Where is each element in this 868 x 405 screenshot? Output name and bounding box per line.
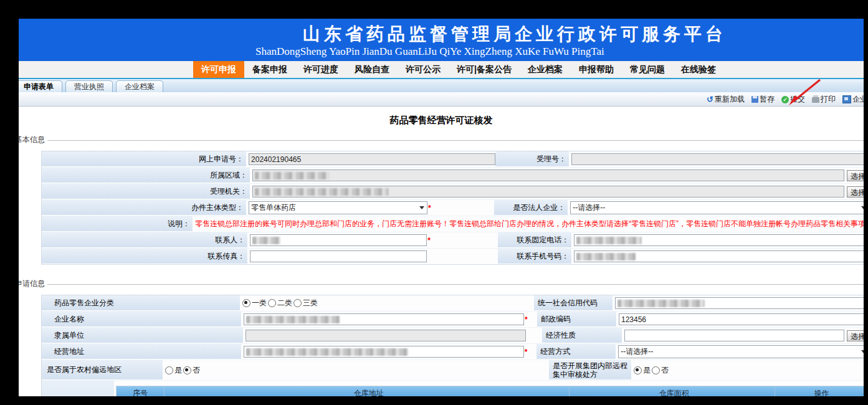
credit-code-masked-value <box>618 300 705 307</box>
rural-remote-radio-yes[interactable] <box>165 366 173 374</box>
rural-remote-label: 是否属于农村偏远地区 <box>42 360 163 380</box>
group-remote-review-radio-yes[interactable] <box>634 366 642 374</box>
col-warehouse-area: 仓库面积 <box>570 386 775 396</box>
contact-tel-input[interactable] <box>574 234 864 246</box>
contact-fax-input[interactable] <box>250 250 427 262</box>
contact-label: 联系人： <box>42 232 248 248</box>
required-marker: * <box>525 315 528 324</box>
region-label: 所属区域： <box>42 168 250 183</box>
accept-no-input[interactable] <box>571 153 864 165</box>
business-addr-label: 经营地址 <box>42 344 242 360</box>
subject-type-select[interactable]: 零售单体药店 <box>249 201 427 214</box>
company-name-masked-value <box>246 316 340 323</box>
company-name-input[interactable] <box>244 313 524 325</box>
nav-item-online-verify[interactable]: 在线验签 <box>673 61 724 78</box>
contact-masked-value <box>252 237 280 244</box>
browser-page: 山东省药品监督管理局企业行政许可服务平台 ShanDongSheng YaoPi… <box>19 19 864 396</box>
postcode-input[interactable]: 123456 <box>619 313 864 325</box>
row-subject-type: 办件主体类型： 零售单体药店 * 是否法人企业： --请选择-- * <box>42 200 864 216</box>
nav-item-license-apply[interactable]: 许可申报 <box>193 61 244 78</box>
group-remote-review-label: 是否开展集团内部远程集中审核处方 <box>549 360 632 380</box>
row-note: 说明： 零售连锁总部注册的账号可同时办理总部和门店的业务，门店无需注册账号！零售… <box>42 216 864 232</box>
region-masked-value <box>255 172 330 179</box>
contact-tel-label: 联系固定电话： <box>498 232 573 248</box>
rural-remote-radio-no[interactable] <box>183 366 191 374</box>
region-input[interactable] <box>252 169 844 181</box>
retail-class-radio-3[interactable] <box>293 299 302 307</box>
accept-org-input[interactable] <box>252 186 844 198</box>
submit-check-icon: ✓ <box>781 96 789 103</box>
note-label: 说明： <box>42 216 193 232</box>
retail-class-radio-1[interactable] <box>242 299 250 307</box>
section-divider <box>47 284 864 285</box>
row-company-name: 企业名称 * 邮政编码 123456 <box>42 312 864 328</box>
nav-item-license-progress[interactable]: 许可进度 <box>295 61 346 78</box>
business-mode-select[interactable]: --请选择-- <box>618 345 864 358</box>
postcode-label: 邮政编码 <box>537 312 617 327</box>
required-marker: * <box>525 348 528 356</box>
warehouse-label: 仓库地址 <box>42 381 115 396</box>
print-button[interactable]: 打印 <box>812 94 836 105</box>
nav-item-apply-help[interactable]: 申报帮助 <box>571 61 622 78</box>
retail-class-label: 药品零售企业分类 <box>42 295 241 311</box>
economic-nature-input[interactable] <box>624 330 844 341</box>
nav-item-risk-selfcheck[interactable]: 风险自查 <box>346 61 398 78</box>
accept-org-select-button[interactable]: 选择 <box>847 186 864 198</box>
retail-class-radio-2[interactable] <box>268 299 276 307</box>
section-apply-legend: 申请信息 <box>19 279 45 289</box>
enterprise-archive-button[interactable]: 企业档案 <box>842 94 864 105</box>
parent-unit-label: 隶属单位 <box>42 328 244 343</box>
site-banner: 山东省药品监督管理局企业行政许可服务平台 ShanDongSheng YaoPi… <box>19 19 864 61</box>
enterprise-icon <box>842 95 851 103</box>
contact-input[interactable] <box>250 234 427 246</box>
tab-apply-form[interactable]: 申请表单 <box>19 80 62 92</box>
row-accept-org: 受理机关： 选择 * <box>42 184 864 200</box>
nav-item-faq[interactable]: 常见问题 <box>622 61 673 78</box>
region-select-button[interactable]: 选择 <box>847 170 864 181</box>
tab-strip: 申请表单 营业执照 企业档案 <box>19 78 864 92</box>
nav-item-record-apply[interactable]: 备案申报 <box>244 61 295 78</box>
group-remote-review-radio-no[interactable] <box>652 366 660 374</box>
contact-tel-masked-value <box>576 237 642 244</box>
tab-enterprise-archive[interactable]: 企业档案 <box>116 80 163 92</box>
row-rural-remote: 是否属于农村偏远地区 是 否 是否开展集团内部远程集中审核处方 是 <box>42 360 864 381</box>
section-divider <box>47 140 864 141</box>
warehouse-table-header: 序号 仓库地址 仓库面积 操作 <box>117 386 864 396</box>
economic-nature-select-button[interactable]: 选择 <box>847 330 864 341</box>
contact-fax-label: 联系传真： <box>42 249 248 264</box>
business-addr-masked-value <box>246 348 408 356</box>
row-apply-no: 网上申请号： 202402190465 受理号： <box>42 151 864 168</box>
required-marker: * <box>428 204 431 212</box>
parent-unit-input[interactable] <box>246 330 526 341</box>
contact-mobile-masked-value <box>576 253 636 260</box>
contact-mobile-input[interactable] <box>574 250 864 262</box>
main-nav: 许可申报 备案申报 许可进度 风险自查 许可公示 许可|备案公告 企业档案 申报… <box>19 61 864 78</box>
submit-button[interactable]: ✓ 提交 <box>781 94 805 105</box>
company-name-label: 企业名称 <box>42 312 242 327</box>
is-legal-entity-label: 是否法人企业： <box>494 200 568 216</box>
print-icon <box>812 97 819 103</box>
row-retail-class: 药品零售企业分类 一类 二类 三类 统一社会信用代码 * <box>42 295 864 312</box>
business-addr-input[interactable] <box>244 346 524 358</box>
online-apply-no-input[interactable]: 202402190465 <box>249 153 495 165</box>
tab-business-license[interactable]: 营业执照 <box>65 80 113 92</box>
row-business-addr: 经营地址 * 经营方式 --请选择-- * <box>42 344 864 360</box>
reload-button[interactable]: ↺ 重新加载 <box>707 94 745 105</box>
nav-item-license-publicity[interactable]: 许可公示 <box>398 61 449 78</box>
contact-mobile-label: 联系手机号码： <box>498 249 573 264</box>
row-parent-unit: 隶属单位 经济性质 选择 * <box>42 328 864 344</box>
nav-item-license-record-notice[interactable]: 许可|备案公告 <box>449 61 520 78</box>
credit-code-input[interactable] <box>615 297 864 309</box>
site-title: 山东省药品监督管理局企业行政许可服务平台 <box>303 22 727 46</box>
col-warehouse-addr: 仓库地址 <box>165 386 570 396</box>
form-title: 药品零售经营许可证核发 <box>19 112 864 132</box>
site-subtitle: ShanDongSheng YaoPin JianDu GuanLiJu QiY… <box>255 45 604 58</box>
is-legal-entity-select[interactable]: --请选择-- <box>570 201 864 214</box>
note-text: 零售连锁总部注册的账号可同时办理总部和门店的业务，门店无需注册账号！零售连锁总部… <box>195 219 864 229</box>
row-warehouse: 仓库地址 序号 仓库地址 仓库面积 操作 1 <box>42 381 864 396</box>
reload-icon: ↺ <box>707 96 713 103</box>
accept-org-masked-value <box>255 188 389 196</box>
save-icon <box>751 96 758 103</box>
nav-item-enterprise-archive[interactable]: 企业档案 <box>520 61 571 78</box>
save-draft-button[interactable]: 暂存 <box>751 94 775 105</box>
